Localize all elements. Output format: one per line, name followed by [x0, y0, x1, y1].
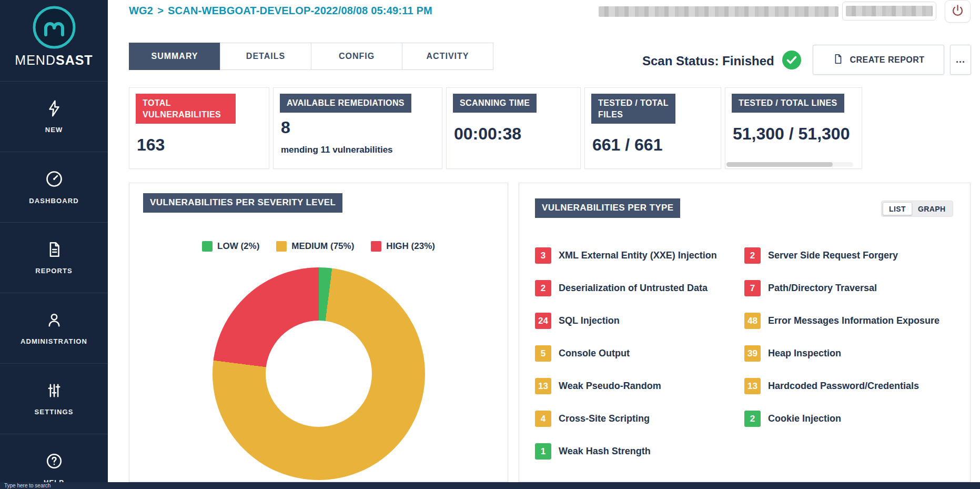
severity-donut-chart[interactable] — [213, 267, 425, 480]
vuln-count-badge: 13 — [535, 378, 551, 394]
redacted-user-selector[interactable] — [842, 2, 936, 21]
document-icon — [45, 241, 63, 261]
legend-item-high: HIGH (23%) — [371, 241, 435, 252]
vuln-type-item[interactable]: 2 Deserialization of Untrusted Data — [535, 280, 717, 296]
vuln-type-item[interactable]: 39 Heap Inspection — [744, 345, 939, 362]
vuln-type-item[interactable]: 13 Weak Pseudo-Random — [535, 378, 717, 394]
sidebar-item-new[interactable]: NEW — [0, 81, 108, 152]
stats-horizontal-scrollbar[interactable] — [726, 162, 853, 167]
breadcrumb-project-link[interactable]: WG2 — [129, 5, 153, 16]
sidebar-item-label: REPORTS — [35, 267, 73, 275]
scan-status-value: Finished — [722, 54, 774, 68]
vuln-type-label: Path/Directory Traversal — [768, 283, 877, 294]
stat-value: 51,300 / 51,300 — [733, 124, 862, 144]
question-icon — [45, 452, 63, 472]
legend-swatch-medium — [276, 241, 287, 252]
stat-label: TOTAL VULNERABILITIES — [136, 94, 236, 124]
vuln-type-label: SQL Injection — [559, 315, 620, 326]
vuln-type-item[interactable]: 2 Server Side Request Forgery — [744, 247, 939, 264]
toggle-list[interactable]: LIST — [883, 202, 912, 215]
tab-details[interactable]: DETAILS — [220, 43, 311, 70]
vuln-type-item[interactable]: 4 Cross-Site Scripting — [535, 411, 717, 427]
tab-activity[interactable]: ACTIVITY — [402, 43, 493, 70]
breadcrumb-scan-name: SCAN-WEBGOAT-DEVELOP-2022/08/08 05:49:11… — [168, 5, 432, 16]
create-report-label: CREATE REPORT — [850, 55, 924, 65]
stat-card-available-remediations: AVAILABLE REMEDIATIONS 8 mending 11 vuln… — [273, 87, 442, 169]
scrollbar-thumb[interactable] — [726, 162, 833, 167]
stat-label: TESTED / TOTAL FILES — [591, 94, 675, 124]
brand-mend: MEND — [15, 53, 56, 67]
gauge-icon — [45, 169, 64, 191]
types-panel-title: VULNERABILITIES PER TYPE — [535, 198, 680, 218]
logout-power-button[interactable] — [945, 0, 971, 23]
vuln-type-item[interactable]: 24 SQL Injection — [535, 313, 717, 329]
more-options-button[interactable]: ... — [950, 45, 971, 75]
stat-value: 00:00:38 — [454, 124, 574, 144]
stat-label: SCANNING TIME — [453, 94, 537, 113]
vuln-type-item[interactable]: 48 Error Messages Information Exposure — [744, 313, 939, 329]
vuln-count-badge: 5 — [535, 345, 551, 362]
sidebar-item-administration[interactable]: ADMINISTRATION — [0, 293, 108, 363]
sidebar-item-dashboard[interactable]: DASHBOARD — [0, 152, 108, 222]
breadcrumb: WG2>SCAN-WEBGOAT-DEVELOP-2022/08/08 05:4… — [129, 5, 432, 17]
scan-status: Scan Status: Finished — [642, 49, 802, 73]
brand-sast: SAST — [56, 53, 93, 67]
sidebar-item-reports[interactable]: REPORTS — [0, 222, 108, 293]
vuln-type-label: Heap Inspection — [768, 348, 841, 359]
stat-value: 163 — [137, 135, 262, 155]
severity-panel: VULNERABILITIES PER SEVERITY LEVEL LOW (… — [129, 183, 508, 482]
vuln-type-label: Weak Pseudo-Random — [559, 381, 661, 392]
vulnerability-types-panel: VULNERABILITIES PER TYPE LIST GRAPH 3 XM… — [519, 183, 971, 482]
person-icon — [45, 311, 63, 331]
vuln-count-badge: 2 — [535, 280, 551, 296]
vuln-count-badge: 1 — [535, 443, 551, 460]
vuln-count-badge: 39 — [744, 345, 761, 362]
breadcrumb-separator: > — [157, 5, 164, 16]
scan-tabs: SUMMARY DETAILS CONFIG ACTIVITY — [129, 43, 493, 70]
mend-logo[interactable] — [32, 5, 76, 49]
severity-panel-title: VULNERABILITIES PER SEVERITY LEVEL — [143, 193, 342, 213]
windows-taskbar: Type here to search — [0, 482, 980, 489]
tab-config[interactable]: CONFIG — [311, 43, 402, 70]
redacted-account-info — [599, 6, 838, 17]
sidebar: MENDSAST NEW DASHBOARD REPORTS — [0, 0, 108, 489]
vuln-count-badge: 24 — [535, 313, 551, 329]
vuln-count-badge: 3 — [535, 247, 551, 264]
scan-status-label: Scan Status: Finished — [642, 54, 774, 68]
main-content: WG2>SCAN-WEBGOAT-DEVELOP-2022/08/08 05:4… — [108, 0, 980, 489]
tab-summary[interactable]: SUMMARY — [129, 43, 220, 70]
vuln-count-badge: 2 — [744, 411, 761, 427]
power-icon — [951, 4, 965, 19]
redacted-user-name — [846, 6, 933, 16]
severity-legend: LOW (2%) MEDIUM (75%) HIGH (23%) — [129, 241, 508, 252]
vuln-type-item[interactable]: 7 Path/Directory Traversal — [744, 280, 939, 296]
vuln-type-item[interactable]: 5 Console Output — [535, 345, 717, 362]
legend-item-low: LOW (2%) — [202, 241, 259, 252]
vuln-type-label: Console Output — [559, 348, 630, 359]
create-report-button[interactable]: CREATE REPORT — [813, 45, 944, 75]
stat-value: 661 / 661 — [592, 135, 714, 155]
vuln-types-column-right: 2 Server Side Request Forgery 7 Path/Dir… — [744, 247, 939, 443]
sidebar-item-help[interactable]: HELP — [0, 434, 108, 489]
stat-value: 8 — [281, 118, 436, 137]
legend-item-medium: MEDIUM (75%) — [276, 241, 354, 252]
stats-row: TOTAL VULNERABILITIES 163 AVAILABLE REME… — [129, 87, 862, 169]
stat-card-scanning-time: SCANNING TIME 00:00:38 — [446, 87, 581, 169]
vuln-type-item[interactable]: 3 XML External Entity (XXE) Injection — [535, 247, 717, 264]
toggle-graph[interactable]: GRAPH — [912, 202, 952, 215]
stat-card-tested-files: TESTED / TOTAL FILES 661 / 661 — [584, 87, 721, 169]
vuln-type-item[interactable]: 2 Cookie Injection — [744, 411, 939, 427]
taskbar-search[interactable]: Type here to search — [4, 483, 50, 488]
report-document-icon — [832, 53, 844, 67]
legend-label: LOW (2%) — [217, 241, 259, 252]
sidebar-item-settings[interactable]: SETTINGS — [0, 363, 108, 434]
vuln-type-item[interactable]: 13 Hardcoded Password/Credentials — [744, 378, 939, 394]
vuln-count-badge: 4 — [535, 411, 551, 427]
vuln-type-item[interactable]: 1 Weak Hash Strength — [535, 443, 717, 460]
vuln-type-label: Deserialization of Untrusted Data — [559, 283, 708, 294]
lightning-icon — [45, 99, 63, 119]
sidebar-item-label: SETTINGS — [35, 408, 74, 416]
stat-subtext: mending 11 vulnerabilities — [281, 145, 436, 155]
vuln-count-badge: 7 — [744, 280, 761, 296]
vuln-type-label: Cookie Injection — [768, 413, 841, 424]
